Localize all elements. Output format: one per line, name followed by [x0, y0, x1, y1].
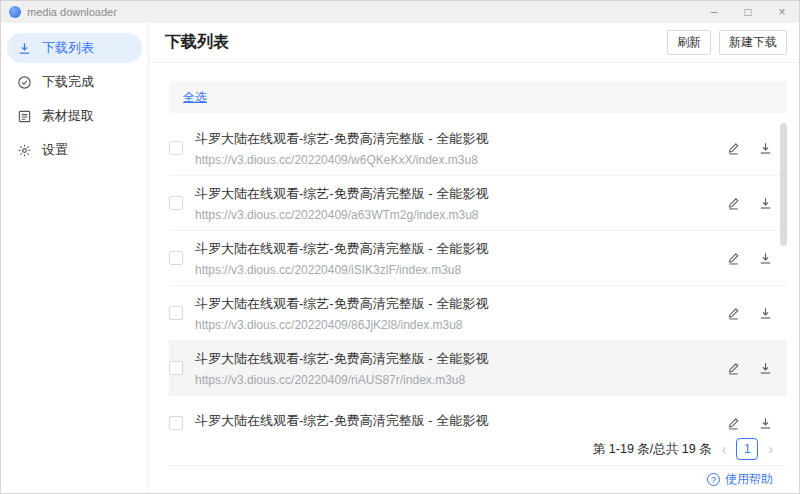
sidebar-item-label: 设置 — [42, 141, 68, 159]
help-link[interactable]: 使用帮助 — [725, 471, 773, 488]
download-item-icon[interactable] — [757, 360, 773, 376]
row-text: 斗罗大陆在线观看-综艺-免费高清完整版 - 全能影视 https://v3.di… — [195, 130, 488, 167]
sidebar-item-download-list[interactable]: 下载列表 — [7, 33, 142, 63]
sidebar-item-label: 下载列表 — [42, 39, 94, 57]
pagination-summary: 第 1-19 条/总共 19 条 — [593, 441, 712, 458]
question-circle-icon: ? — [707, 473, 720, 486]
row-actions — [725, 195, 773, 211]
table-row: 斗罗大陆在线观看-综艺-免费高清完整版 - 全能影视 https://v3.di… — [169, 121, 787, 176]
app-window: media downloader – □ × 下载列表 下载完成 — [0, 0, 800, 494]
download-icon — [17, 41, 32, 56]
table-row: 斗罗大陆在线观看-综艺-免费高清完整版 - 全能影视 https://v3.di… — [169, 341, 787, 396]
sidebar-item-download-complete[interactable]: 下载完成 — [7, 67, 142, 97]
pagination: 第 1-19 条/总共 19 条 ‹ 1 › — [169, 433, 787, 465]
row-checkbox[interactable] — [169, 416, 183, 430]
row-checkbox[interactable] — [169, 196, 183, 210]
row-url: https://v3.dious.cc/20220409/iSIK3zlF/in… — [195, 263, 488, 277]
footer: ? 使用帮助 — [169, 465, 787, 493]
sidebar-item-label: 下载完成 — [42, 73, 94, 91]
sidebar-item-material-extract[interactable]: 素材提取 — [7, 101, 142, 131]
download-item-icon[interactable] — [757, 250, 773, 266]
table-row: 斗罗大陆在线观看-综艺-免费高清完整版 - 全能影视 https://v3.di… — [169, 176, 787, 231]
row-text: 斗罗大陆在线观看-综艺-免费高清完整版 - 全能影视 https://v3.di… — [195, 240, 488, 277]
maximize-button[interactable]: □ — [731, 1, 765, 23]
titlebar: media downloader – □ × — [1, 1, 799, 23]
row-title: 斗罗大陆在线观看-综艺-免费高清完整版 - 全能影视 — [195, 350, 488, 368]
row-url: https://v3.dious.cc/20220409/a63WTm2g/in… — [195, 208, 488, 222]
row-title: 斗罗大陆在线观看-综艺-免费高清完整版 - 全能影视 — [195, 185, 488, 203]
sidebar: 下载列表 下载完成 素材提取 设置 — [1, 23, 149, 493]
main-panel: 下载列表 刷新 新建下载 全选 斗罗大陆在线观看-综艺-免费高清完整版 - 全能… — [149, 23, 799, 493]
row-checkbox[interactable] — [169, 251, 183, 265]
edit-icon[interactable] — [725, 305, 741, 321]
table-row: 斗罗大陆在线观看-综艺-免费高清完整版 - 全能影视 https://v3.di… — [169, 231, 787, 286]
row-title: 斗罗大陆在线观看-综艺-免费高清完整版 - 全能影视 — [195, 412, 488, 430]
window-controls: – □ × — [697, 1, 799, 23]
header-buttons: 刷新 新建下载 — [667, 30, 787, 54]
row-title: 斗罗大陆在线观看-综艺-免费高清完整版 - 全能影视 — [195, 295, 488, 313]
row-text: 斗罗大陆在线观看-综艺-免费高清完整版 - 全能影视 https://v3.di… — [195, 185, 488, 222]
new-download-button[interactable]: 新建下载 — [719, 30, 787, 54]
app-logo-icon — [9, 6, 21, 18]
edit-icon[interactable] — [725, 195, 741, 211]
row-actions — [725, 250, 773, 266]
page-number-button[interactable]: 1 — [736, 438, 758, 460]
gear-icon — [17, 143, 32, 158]
prev-page-icon[interactable]: ‹ — [722, 442, 727, 456]
row-actions — [725, 140, 773, 156]
main-header: 下载列表 刷新 新建下载 — [149, 23, 799, 63]
download-item-icon[interactable] — [757, 305, 773, 321]
edit-icon[interactable] — [725, 250, 741, 266]
edit-icon[interactable] — [725, 360, 741, 376]
content-area: 全选 斗罗大陆在线观看-综艺-免费高清完整版 - 全能影视 https://v3… — [149, 63, 799, 493]
sidebar-item-settings[interactable]: 设置 — [7, 135, 142, 165]
row-text: 斗罗大陆在线观看-综艺-免费高清完整版 - 全能影视 https://v3.di… — [195, 350, 488, 387]
page-title: 下载列表 — [165, 32, 229, 53]
next-page-icon[interactable]: › — [768, 442, 773, 456]
select-all-link[interactable]: 全选 — [183, 89, 207, 106]
close-button[interactable]: × — [765, 1, 799, 23]
edit-icon[interactable] — [725, 140, 741, 156]
row-title: 斗罗大陆在线观看-综艺-免费高清完整版 - 全能影视 — [195, 240, 488, 258]
row-text: 斗罗大陆在线观看-综艺-免费高清完整版 - 全能影视 — [195, 412, 488, 434]
row-url: https://v3.dious.cc/20220409/riAUS87r/in… — [195, 373, 488, 387]
row-title: 斗罗大陆在线观看-综艺-免费高清完整版 - 全能影视 — [195, 130, 488, 148]
table-row: 斗罗大陆在线观看-综艺-免费高清完整版 - 全能影视 https://v3.di… — [169, 286, 787, 341]
download-list: 斗罗大陆在线观看-综艺-免费高清完整版 - 全能影视 https://v3.di… — [169, 121, 787, 433]
row-actions — [725, 360, 773, 376]
download-item-icon[interactable] — [757, 195, 773, 211]
minimize-button[interactable]: – — [697, 1, 731, 23]
scrollbar-thumb[interactable] — [780, 123, 787, 246]
row-url: https://v3.dious.cc/20220409/86JjK2l8/in… — [195, 318, 488, 332]
row-checkbox[interactable] — [169, 141, 183, 155]
table-row: 斗罗大陆在线观看-综艺-免费高清完整版 - 全能影视 — [169, 396, 787, 433]
row-text: 斗罗大陆在线观看-综艺-免费高清完整版 - 全能影视 https://v3.di… — [195, 295, 488, 332]
edit-icon[interactable] — [725, 415, 741, 431]
sidebar-item-label: 素材提取 — [42, 107, 94, 125]
row-checkbox[interactable] — [169, 306, 183, 320]
app-title: media downloader — [27, 6, 117, 18]
download-item-icon[interactable] — [757, 140, 773, 156]
refresh-button[interactable]: 刷新 — [667, 30, 711, 54]
app-body: 下载列表 下载完成 素材提取 设置 — [1, 23, 799, 493]
row-actions — [725, 305, 773, 321]
row-url: https://v3.dious.cc/20220409/w6QKeKxX/in… — [195, 153, 488, 167]
check-circle-icon — [17, 75, 32, 90]
extract-panel-icon — [17, 109, 32, 124]
row-actions — [725, 415, 773, 431]
download-item-icon[interactable] — [757, 415, 773, 431]
scrollbar-track[interactable] — [780, 121, 787, 433]
row-checkbox[interactable] — [169, 361, 183, 375]
select-all-bar: 全选 — [169, 81, 787, 113]
